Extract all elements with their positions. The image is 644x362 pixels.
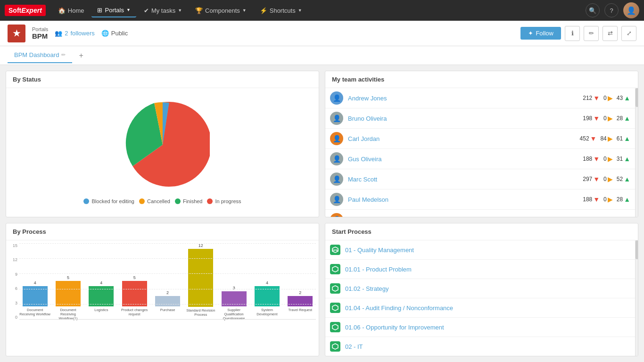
info-button[interactable]: ℹ: [565, 26, 580, 41]
bar-label-5: Purchase: [160, 308, 175, 312]
team-activities-header: My team activities: [325, 71, 638, 88]
svg-marker-5: [332, 324, 338, 330]
legend-label-blocked: Blocked for editing: [91, 198, 134, 204]
bar-value-4: 5: [133, 275, 136, 280]
process-item-0104[interactable]: 01.04 - Audit Finding / Nonconformance: [325, 298, 635, 318]
team-scrollbar-track[interactable]: [635, 88, 638, 217]
legend-label-cancelled: Cancelled: [147, 198, 170, 204]
arrow-right-icon: ▶: [608, 155, 613, 163]
bar-6: [188, 249, 213, 307]
tab-edit-icon[interactable]: ✏: [61, 52, 66, 58]
portal-bar: ★ Portals BPM 👥 2 followers 🌐 Public ✦ F…: [0, 21, 644, 46]
bar-group-1: 4 Document Receiving Workflow: [19, 243, 50, 320]
public-label: Public: [111, 30, 128, 37]
nav-shortcuts[interactable]: ⚡ Shortcuts ▼: [254, 4, 308, 17]
start-process-scroll[interactable]: BPM 01 - Quality Management 01.01 - Prod…: [325, 240, 638, 356]
tabs-bar: BPM Dashboard ✏ +: [0, 46, 644, 65]
search-icon[interactable]: 🔍: [586, 3, 600, 17]
arrow-right-icon: ▶: [608, 196, 613, 203]
bar-label-3: Logistics: [94, 308, 108, 312]
process-item-0102[interactable]: 01.02 - Strategy: [325, 279, 635, 298]
process-item-0106[interactable]: 01.06 - Opportunity for Improvement: [325, 318, 635, 337]
mytasks-dropdown-icon: ▼: [178, 8, 182, 13]
arrow-right-icon: ▶: [608, 216, 613, 217]
user-avatar[interactable]: 👤: [623, 2, 639, 18]
arrow-down-icon: ▼: [593, 155, 600, 163]
name-carl[interactable]: Carl Jordan: [348, 135, 575, 142]
top-navigation: SoftExpert 🏠 Home ⊞ Portals ▼ ✔ My tasks…: [0, 0, 644, 21]
arrow-right-icon: ▶: [608, 175, 613, 183]
nav-home[interactable]: 🏠 Home: [52, 4, 90, 17]
bar-value-7: 3: [233, 286, 235, 290]
y-label-0: 0: [15, 315, 17, 320]
help-icon[interactable]: ?: [604, 3, 619, 17]
bar-value-9: 2: [299, 290, 301, 295]
name-gus[interactable]: Gus Oliveira: [348, 156, 578, 163]
stats-paul: 188▼ 0▶ 28▲: [583, 196, 630, 203]
nav-portals[interactable]: ⊞ Portals ▼: [91, 4, 136, 17]
process-item-01[interactable]: BPM 01 - Quality Management: [325, 240, 635, 260]
team-row-carl: 👤 Carl Jordan 452▼ 84▶ 61▲: [325, 129, 635, 149]
name-robert[interactable]: Robert Smith: [348, 216, 575, 217]
arrow-up-icon: ▲: [624, 155, 630, 163]
stats-gus: 188▼ 0▶ 31▲: [583, 155, 630, 163]
stats-marc: 297▼ 0▶ 52▲: [583, 175, 630, 183]
team-activities-scroll[interactable]: 👤 Andrew Jones 212▼ 0▶ 43▲ 👤 Bruno Olive…: [325, 88, 638, 217]
portal-icon: ★: [8, 25, 25, 42]
bar-label-9: Travel Request: [289, 308, 313, 312]
by-status-header: By Status: [6, 71, 319, 88]
follow-button[interactable]: ✦ Follow: [520, 27, 561, 40]
portal-actions: ✦ Follow ℹ ✏ ⇄ ⤢: [520, 26, 636, 41]
process-icon-0106: [330, 322, 340, 332]
name-paul[interactable]: Paul Medelson: [348, 196, 578, 203]
legend-dot-finished: [175, 198, 181, 204]
process-item-0101[interactable]: 01.01 - Product Problem: [325, 260, 635, 279]
stats-bruno: 198▼ 0▶ 28▲: [583, 115, 630, 122]
tab-bpm-dashboard[interactable]: BPM Dashboard ✏: [8, 48, 72, 63]
name-marc[interactable]: Marc Scott: [348, 176, 578, 183]
svg-marker-3: [332, 286, 338, 291]
name-bruno[interactable]: Bruno Oliveira: [348, 115, 578, 122]
bar-chart: 15 12 9 6 3 0: [9, 243, 316, 333]
nav-components[interactable]: 🏆 Components ▼: [190, 4, 252, 17]
bar-label-7: Supplier Qualification Questionnaire: [218, 308, 249, 321]
team-row-bruno: 👤 Bruno Oliveira 198▼ 0▶ 28▲: [325, 108, 635, 129]
bar-3: [89, 286, 114, 306]
portals-breadcrumb-link[interactable]: Portals: [32, 26, 48, 32]
fullscreen-button[interactable]: ⤢: [621, 26, 636, 41]
stats-robert: 674▼ 96▶ 92▲: [580, 216, 630, 217]
svg-marker-6: [332, 344, 338, 349]
team-row-gus: 👤 Gus Oliveira 188▼ 0▶ 31▲: [325, 149, 635, 169]
process-scrollbar-thumb[interactable]: [636, 240, 638, 259]
followers-badge[interactable]: 👥 2 followers: [55, 30, 95, 37]
avatar-bruno: 👤: [330, 112, 343, 125]
legend-finished: Finished: [175, 198, 203, 204]
logo[interactable]: SoftExpert: [5, 5, 46, 16]
process-name-01: 01 - Quality Management: [345, 247, 414, 254]
process-scrollbar-track[interactable]: [635, 240, 638, 356]
process-name-0102: 01.02 - Strategy: [345, 285, 389, 292]
team-scrollbar-thumb[interactable]: [636, 88, 638, 107]
share-button[interactable]: ⇄: [603, 26, 618, 41]
bar-label-2: Document Receiving Workflow(1): [52, 308, 83, 321]
avatar-image: 👤: [623, 2, 639, 18]
public-badge: 🌐 Public: [101, 30, 128, 37]
process-item-02[interactable]: 02 - IT: [325, 337, 635, 356]
by-status-card: By Status Block: [6, 71, 319, 217]
avatar-gus: 👤: [330, 152, 343, 165]
y-label-3: 3: [15, 301, 17, 305]
logo-soft: Soft: [8, 7, 21, 14]
nav-mytasks[interactable]: ✔ My tasks ▼: [138, 4, 188, 17]
bar-group-6: 12 Standard Revision Process: [185, 243, 216, 320]
tab-add-button[interactable]: +: [74, 49, 88, 63]
bar-label-1: Document Receiving Workflow: [19, 308, 50, 316]
pie-legend: Blocked for editing Cancelled Finished I…: [83, 198, 241, 204]
portal-icon-symbol: ★: [13, 28, 20, 39]
process-icon-svg: BPM: [332, 247, 339, 253]
pie-chart: [116, 98, 210, 192]
process-icon-0101: [330, 264, 340, 274]
name-andrew[interactable]: Andrew Jones: [348, 95, 578, 102]
svg-text:BPM: BPM: [332, 249, 338, 252]
arrow-down-icon: ▼: [590, 216, 597, 217]
edit-button[interactable]: ✏: [584, 26, 599, 41]
